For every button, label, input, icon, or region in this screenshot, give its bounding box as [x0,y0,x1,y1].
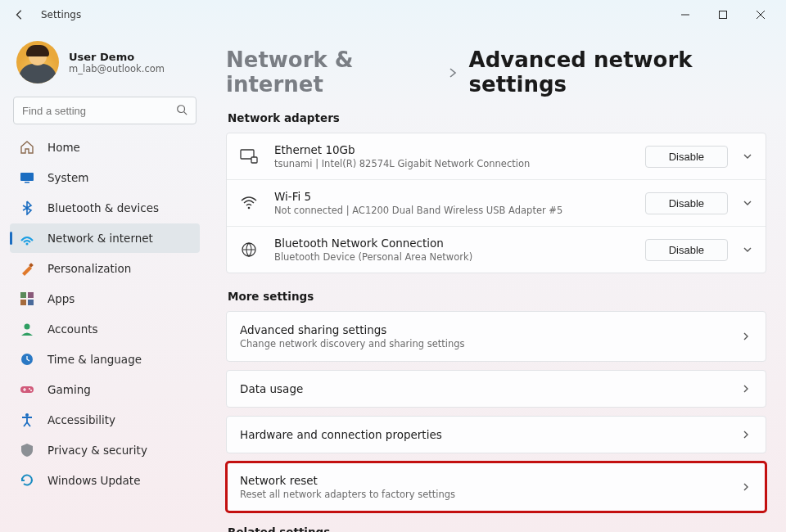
window-close-button[interactable] [742,2,779,27]
chevron-right-icon [739,482,752,492]
sidebar-item-time[interactable]: Time & language [10,345,200,374]
sidebar-item-system[interactable]: System [10,163,200,192]
sidebar-item-label: Privacy & security [47,444,147,457]
svg-rect-6 [20,292,26,298]
back-button[interactable] [13,8,26,21]
item-sub: Reset all network adapters to factory se… [240,489,739,500]
sidebar-item-apps[interactable]: Apps [10,284,200,313]
svg-rect-0 [720,11,727,19]
chevron-right-icon [739,331,752,341]
item-title: Network reset [240,474,739,487]
user-avatar [16,41,59,83]
svg-rect-12 [20,386,34,393]
adapter-bluetooth-row[interactable]: Bluetooth Network Connection Bluetooth D… [227,226,766,273]
adapter-title: Ethernet 10Gb [274,143,645,156]
svg-rect-8 [20,300,26,305]
search-input[interactable] [22,105,169,117]
sidebar: User Demo m_lab@outlook.com Home System … [0,29,206,532]
sidebar-item-label: Personalization [47,262,131,275]
sidebar-item-label: Gaming [47,383,91,396]
item-title: Hardware and connection properties [240,428,739,441]
sidebar-item-label: Windows Update [47,474,140,487]
adapter-title: Wi-Fi 5 [274,190,645,203]
sidebar-item-accounts[interactable]: Accounts [10,314,200,344]
svg-point-15 [25,413,29,417]
privacy-icon [20,443,34,458]
item-sub: Change network discovery and sharing set… [240,338,739,349]
svg-rect-7 [28,292,34,298]
sidebar-item-update[interactable]: Windows Update [10,466,200,495]
adapter-sub: tsunami | Intel(R) 82574L Gigabit Networ… [274,158,645,169]
sidebar-item-label: Accounts [47,322,98,336]
chevron-right-icon [739,384,752,394]
svg-point-1 [178,105,185,112]
chevron-right-icon [739,430,752,440]
sidebar-item-accessibility[interactable]: Accessibility [10,405,200,435]
sidebar-item-privacy[interactable]: Privacy & security [10,435,200,465]
search-icon [176,104,187,118]
chevron-down-icon[interactable] [741,198,754,208]
hardware-properties-item[interactable]: Hardware and connection properties [226,416,766,453]
sidebar-item-bluetooth[interactable]: Bluetooth & devices [10,193,200,223]
window-maximize-button[interactable] [704,2,742,27]
sidebar-item-label: Accessibility [47,413,115,426]
svg-rect-17 [251,157,257,163]
chevron-down-icon[interactable] [741,245,754,255]
accounts-icon [20,322,34,336]
network-reset-item[interactable]: Network reset Reset all network adapters… [226,462,766,512]
ethernet-icon [238,149,260,164]
sidebar-item-gaming[interactable]: Gaming [10,375,200,404]
home-icon [20,140,34,155]
advanced-sharing-item[interactable]: Advanced sharing settings Change network… [226,311,766,362]
window-minimize-button[interactable] [666,2,704,27]
svg-point-4 [26,243,29,246]
adapter-wifi-row[interactable]: Wi-Fi 5 Not connected | AC1200 Dual Band… [227,179,766,226]
app-title: Settings [41,9,81,20]
sidebar-item-label: Apps [47,292,75,305]
disable-button[interactable]: Disable [645,146,728,168]
adapter-title: Bluetooth Network Connection [274,237,645,250]
adapter-sub: Not connected | AC1200 Dual Band Wireles… [274,205,645,216]
svg-rect-2 [20,173,34,181]
svg-point-10 [25,324,30,330]
chevron-right-icon [448,64,458,81]
user-email: m_lab@outlook.com [69,63,165,74]
sidebar-item-home[interactable]: Home [10,133,200,162]
chevron-down-icon[interactable] [741,151,754,161]
user-block[interactable]: User Demo m_lab@outlook.com [10,36,200,97]
apps-icon [20,291,34,306]
data-usage-item[interactable]: Data usage [226,370,766,408]
personalization-icon [20,261,34,276]
svg-point-13 [29,388,30,390]
time-icon [20,352,34,367]
sidebar-item-label: Network & internet [47,232,153,245]
network-icon [20,231,34,246]
sidebar-item-network[interactable]: Network & internet [10,223,200,253]
gaming-icon [20,382,34,397]
svg-rect-3 [25,182,29,183]
adapters-list: Ethernet 10Gb tsunami | Intel(R) 82574L … [226,133,766,273]
svg-point-18 [248,207,251,210]
breadcrumb-parent[interactable]: Network & internet [226,47,436,97]
sidebar-item-personalization[interactable]: Personalization [10,254,200,283]
section-more-settings: More settings [228,290,766,303]
bluetooth-icon [20,201,34,215]
breadcrumb: Network & internet Advanced network sett… [226,47,766,97]
accessibility-icon [20,413,34,427]
user-name: User Demo [69,51,165,63]
disable-button[interactable]: Disable [645,239,728,261]
svg-rect-9 [28,300,34,305]
svg-point-14 [30,390,32,391]
sidebar-item-label: Bluetooth & devices [47,201,159,214]
update-icon [20,473,34,488]
disable-button[interactable]: Disable [645,192,728,214]
sidebar-item-label: Time & language [47,353,142,366]
item-title: Advanced sharing settings [240,323,739,336]
sidebar-item-label: Home [47,141,80,154]
wifi-icon [238,196,260,210]
bluetooth-net-icon [238,241,260,258]
search-box[interactable] [13,97,196,124]
section-related-settings: Related settings [228,525,766,532]
item-title: Data usage [240,382,739,395]
adapter-ethernet-row[interactable]: Ethernet 10Gb tsunami | Intel(R) 82574L … [227,133,766,179]
